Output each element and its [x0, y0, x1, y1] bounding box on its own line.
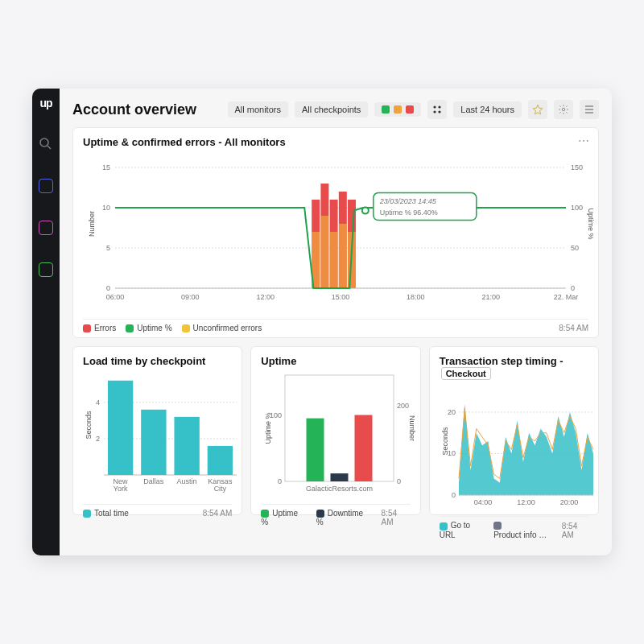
card-load-time: Load time by checkpoint 24NewYorkDallasA…	[72, 346, 242, 515]
svg-text:Seconds: Seconds	[441, 427, 449, 456]
svg-point-4	[434, 110, 436, 113]
card-uptime-errors: Uptime & confirmed errors - All monitors…	[72, 127, 599, 338]
status-red-icon	[406, 105, 414, 114]
svg-text:0: 0	[571, 284, 575, 292]
card-transaction: Transaction step timing - Checkout 01020…	[429, 346, 599, 515]
card-title: Uptime	[261, 355, 410, 367]
svg-text:150: 150	[571, 163, 583, 171]
svg-point-6	[562, 108, 565, 111]
card-menu-icon[interactable]: ⋯	[578, 134, 590, 147]
card-uptime-small: Uptime 01000200GalacticResorts.comUptime…	[250, 346, 420, 515]
settings-button[interactable]	[554, 100, 573, 119]
timestamp: 8:54 AM	[382, 509, 411, 526]
legend-item: Uptime %	[126, 324, 171, 332]
svg-text:Number: Number	[408, 415, 416, 441]
svg-text:12:00: 12:00	[256, 293, 275, 301]
svg-rect-73	[331, 473, 349, 481]
svg-rect-42	[339, 224, 347, 288]
svg-text:0: 0	[278, 477, 282, 485]
filter-timerange[interactable]: Last 24 hours	[453, 101, 522, 118]
svg-text:200: 200	[397, 402, 409, 410]
legend-item: Total time	[83, 509, 129, 518]
search-icon[interactable]	[39, 137, 53, 151]
status-filter[interactable]	[374, 102, 421, 117]
svg-point-5	[439, 110, 441, 113]
legend-item: Unconfirmed errors	[182, 324, 262, 332]
app-window: up Account overview All monitors All che…	[32, 89, 612, 555]
chart-load-time: 24NewYorkDallasAustinKansasCitySeconds	[83, 370, 240, 497]
svg-text:Uptime %: Uptime %	[264, 412, 272, 444]
svg-rect-67	[285, 375, 394, 481]
svg-rect-56	[108, 381, 133, 475]
timestamp: 8:54 AM	[203, 509, 233, 518]
svg-text:10: 10	[102, 204, 110, 212]
legend-item: Product info …	[493, 521, 552, 539]
svg-text:06:00: 06:00	[106, 293, 125, 301]
svg-rect-40	[330, 232, 338, 288]
legend: Errors Uptime % Unconfirmed errors 8:54 …	[83, 319, 588, 332]
nav-item-c[interactable]	[39, 262, 53, 277]
chart-transaction: 0102004:0012:0020:00Seconds	[440, 382, 597, 510]
svg-text:15:00: 15:00	[332, 293, 350, 301]
svg-text:York: York	[114, 485, 128, 493]
legend-item: Downtime %	[316, 509, 372, 526]
svg-text:09:00: 09:00	[181, 293, 200, 301]
svg-text:50: 50	[571, 244, 579, 252]
svg-point-2	[434, 105, 436, 108]
svg-text:5: 5	[106, 244, 110, 252]
sidebar: up	[32, 89, 60, 555]
legend-item: Uptime %	[261, 509, 306, 526]
svg-text:04:00: 04:00	[473, 498, 492, 506]
svg-text:Number: Number	[88, 211, 96, 237]
filter-checkpoints[interactable]: All checkpoints	[295, 101, 368, 118]
svg-text:15: 15	[102, 163, 110, 171]
timestamp: 8:54 AM	[562, 522, 588, 539]
main-content: Account overview All monitors All checkp…	[60, 89, 612, 555]
svg-text:2: 2	[96, 435, 100, 443]
page-title: Account overview	[72, 101, 221, 118]
checkout-pill[interactable]: Checkout	[441, 367, 491, 380]
svg-text:City: City	[214, 485, 227, 493]
svg-text:21:00: 21:00	[481, 293, 500, 301]
svg-text:Seconds: Seconds	[85, 411, 93, 440]
svg-rect-63	[208, 446, 233, 475]
svg-text:0: 0	[106, 284, 110, 292]
svg-text:12:00: 12:00	[517, 498, 535, 506]
grid-view-button[interactable]	[427, 100, 447, 119]
nav-item-b[interactable]	[39, 221, 53, 235]
chart-uptime-errors: 05101505010015006:0009:0012:0015:0018:00…	[83, 151, 598, 312]
card-title: Load time by checkpoint	[83, 355, 232, 367]
chart-uptime-small: 01000200GalacticResorts.comUptime %Numbe…	[261, 370, 418, 497]
svg-text:4: 4	[96, 398, 100, 407]
list-button[interactable]	[580, 100, 599, 119]
svg-rect-61	[174, 417, 199, 475]
svg-text:20: 20	[448, 408, 456, 416]
svg-text:0: 0	[397, 477, 401, 485]
status-green-icon	[382, 105, 390, 114]
svg-rect-38	[320, 216, 328, 288]
timestamp: 8:54 AM	[559, 324, 588, 332]
svg-text:GalacticResorts.com: GalacticResorts.com	[306, 485, 373, 493]
svg-line-1	[47, 146, 51, 149]
svg-text:23/03/2023 14:45: 23/03/2023 14:45	[379, 197, 437, 205]
legend-item: Go to URL	[440, 521, 484, 539]
card-title: Transaction step timing - Checkout	[440, 355, 588, 379]
filter-monitors[interactable]: All monitors	[228, 101, 288, 118]
svg-point-3	[439, 105, 441, 108]
svg-text:20:00: 20:00	[559, 498, 578, 506]
logo: up	[39, 97, 52, 109]
svg-text:Uptime % 96.40%: Uptime % 96.40%	[380, 208, 438, 217]
favorite-button[interactable]	[528, 100, 547, 119]
svg-text:0: 0	[452, 491, 456, 499]
svg-text:22. Mar: 22. Mar	[554, 293, 579, 301]
nav-item-a[interactable]	[39, 179, 53, 193]
status-orange-icon	[394, 105, 402, 114]
svg-point-45	[362, 208, 369, 214]
svg-text:Austin: Austin	[177, 477, 197, 485]
svg-rect-59	[141, 410, 166, 475]
legend-item: Errors	[83, 324, 116, 332]
svg-point-0	[40, 138, 48, 147]
svg-rect-74	[355, 415, 373, 482]
svg-text:Dallas: Dallas	[143, 477, 164, 485]
svg-text:Uptime %: Uptime %	[587, 208, 595, 239]
